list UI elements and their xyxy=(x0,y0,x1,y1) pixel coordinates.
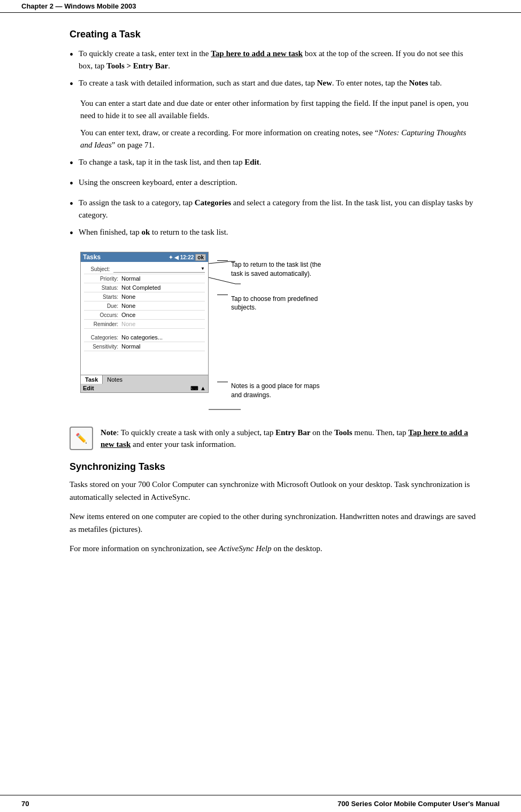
sensitivity-value: Normal xyxy=(121,343,205,350)
titlebar-left: Tasks xyxy=(83,253,101,261)
starts-row: Starts: None xyxy=(84,292,205,301)
sync-para-2: New items entered on one computer are co… xyxy=(70,510,478,536)
sensitivity-row: Sensitivity: Normal xyxy=(84,342,205,351)
bullet-list-2: • To change a task, tap it in the task l… xyxy=(70,156,478,241)
occurs-value: Once xyxy=(121,312,205,318)
callout-text-1: Tap to return to the task list (the task… xyxy=(231,260,327,279)
callout-dash-2 xyxy=(217,295,228,295)
bullet-content-1: To quickly create a task, enter text in … xyxy=(79,48,478,72)
body-spacer xyxy=(84,351,205,373)
callout-text-2: Tap to choose from predefined subjects. xyxy=(231,295,327,313)
bullet-content-6: When finished, tap ok to return to the t… xyxy=(79,226,478,238)
callout-1: Tap to return to the task list (the task… xyxy=(217,260,327,279)
bold-tap-here: Tap here to add a new task xyxy=(211,49,303,58)
callout-3: Notes is a good place for maps and drawi… xyxy=(217,382,327,400)
list-item-2: • To create a task with detailed informa… xyxy=(70,77,478,92)
note-entry-bar: Entry Bar xyxy=(275,428,310,437)
tab-notes[interactable]: Notes xyxy=(103,375,127,384)
categories-label: Categories: xyxy=(84,335,121,341)
bold-tools: Tools > Entry Bar xyxy=(106,61,168,70)
note-label: Note xyxy=(101,428,117,437)
bold-new: New xyxy=(317,79,332,87)
activesync-help-ref: ActiveSync Help xyxy=(219,544,272,553)
edit-label[interactable]: Edit xyxy=(83,385,94,391)
list-item-5: • To assign the task to a category, tap … xyxy=(70,197,478,221)
screenshot-wrapper: Tasks ✦ ◀ 12:22 ok Subject: xyxy=(80,252,209,393)
note-tools: Tools xyxy=(334,428,353,437)
bold-categories: Categories xyxy=(195,198,231,207)
edit-bar-icons: ⌨ ▲ xyxy=(190,385,206,391)
bullet-icon-5: • xyxy=(70,196,73,212)
bullet-content-4: Using the onscreen keyboard, enter a des… xyxy=(79,176,478,189)
list-item-6: • When finished, tap ok to return to the… xyxy=(70,226,478,241)
main-content: Creating a Task • To quickly create a ta… xyxy=(0,13,521,577)
bullet-list-1: • To quickly create a task, enter text i… xyxy=(70,48,478,92)
categories-row: Categories: No categories... xyxy=(84,333,205,342)
bullet-content-3: To change a task, tap it in the task lis… xyxy=(79,156,478,168)
reminder-label: Reminder: xyxy=(84,321,121,327)
starts-value: None xyxy=(121,293,205,300)
bold-notes: Notes xyxy=(409,79,428,87)
bold-edit: Edit xyxy=(244,158,259,166)
callout-dash-1 xyxy=(217,260,228,261)
list-item-4: • Using the onscreen keyboard, enter a d… xyxy=(70,176,478,191)
occurs-row: Occurs: Once xyxy=(84,311,205,320)
reminder-value: None xyxy=(121,321,205,327)
priority-row: Priority: Normal xyxy=(84,274,205,283)
tab-task[interactable]: Task xyxy=(81,375,103,384)
due-value: None xyxy=(121,303,205,309)
time-display: 12:22 xyxy=(180,254,194,260)
due-row: Due: None xyxy=(84,301,205,311)
subject-label: Subject: xyxy=(84,266,113,272)
keyboard-icon: ⌨ xyxy=(190,385,198,391)
device-tabs: Task Notes xyxy=(81,375,208,384)
status-label: Status: xyxy=(84,285,121,291)
note-box: Note: To quickly create a task with only… xyxy=(70,427,478,451)
sync-para-1: Tasks stored on your 700 Color Computer … xyxy=(70,478,478,504)
app-name: Tasks xyxy=(83,253,101,261)
occurs-label: Occurs: xyxy=(84,312,121,318)
starts-label: Starts: xyxy=(84,294,121,300)
sub-para-2: You can enter text, draw, or create a re… xyxy=(80,127,478,151)
status-value: Not Completed xyxy=(121,284,205,291)
screenshot-section: Tasks ✦ ◀ 12:22 ok Subject: xyxy=(80,252,478,416)
note-icon xyxy=(70,427,93,450)
priority-value: Normal xyxy=(121,275,205,282)
subject-input[interactable]: ▼ xyxy=(113,265,205,273)
italic-notes-ref: Notes: Capturing Thoughts and Ideas xyxy=(80,128,466,149)
spacer xyxy=(84,329,205,333)
sensitivity-label: Sensitivity: xyxy=(84,344,121,350)
up-icon: ▲ xyxy=(200,385,206,391)
callout-dash-3 xyxy=(217,382,228,382)
bullet-icon-2: • xyxy=(70,76,73,92)
header-chapter: Chapter 2 — Windows Mobile 2003 xyxy=(21,2,136,10)
header-bar: Chapter 2 — Windows Mobile 2003 xyxy=(0,0,521,13)
list-item-3: • To change a task, tap it in the task l… xyxy=(70,156,478,171)
titlebar-icons: ✦ ◀ 12:22 ok xyxy=(168,254,206,261)
callout-texts: Tap to return to the task list (the task… xyxy=(217,252,327,416)
priority-label: Priority: xyxy=(84,276,121,282)
bullet-icon-1: • xyxy=(70,47,73,63)
categories-value: No categories... xyxy=(121,334,205,341)
list-item-1: • To quickly create a task, enter text i… xyxy=(70,48,478,72)
status-row: Status: Not Completed xyxy=(84,283,205,292)
bullet-content-2: To create a task with detailed informati… xyxy=(79,77,478,89)
bold-ok: ok xyxy=(141,228,150,236)
sub-para-1: You can enter a start date and due date … xyxy=(80,97,478,121)
device-body: Subject: ▼ Priority: Normal Status: Not … xyxy=(81,262,208,375)
device-edit-bar: Edit ⌨ ▲ xyxy=(81,384,208,392)
bullet-content-5: To assign the task to a category, tap Ca… xyxy=(79,197,478,221)
device-titlebar: Tasks ✦ ◀ 12:22 ok xyxy=(81,252,208,262)
bullet-icon-4: • xyxy=(70,175,73,191)
bullet-icon-3: • xyxy=(70,155,73,171)
volume-icon: ◀ xyxy=(174,254,179,260)
sync-title: Synchronizing Tasks xyxy=(70,461,478,473)
footer-manual-title: 700 Series Color Mobile Computer User's … xyxy=(338,800,500,808)
dropdown-arrow-icon: ▼ xyxy=(201,266,205,271)
ok-button[interactable]: ok xyxy=(195,254,206,261)
sync-para-3: For more information on synchronization,… xyxy=(70,542,478,555)
footer-page-number: 70 xyxy=(21,800,29,808)
note-text: Note: To quickly create a task with only… xyxy=(101,427,478,451)
subject-row: Subject: ▼ xyxy=(84,264,205,274)
callout-text-3: Notes is a good place for maps and drawi… xyxy=(231,382,327,400)
